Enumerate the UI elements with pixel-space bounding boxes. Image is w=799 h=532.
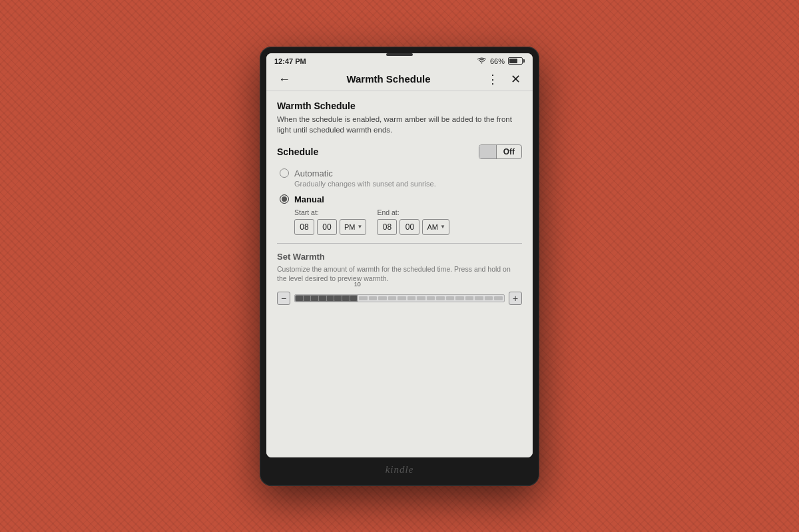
start-ampm-chevron: ▼	[358, 224, 363, 230]
start-ampm-value: PM	[344, 223, 356, 231]
schedule-label: Schedule	[277, 146, 318, 157]
warmth-slider-row: − 10	[277, 290, 522, 306]
end-label: End at:	[377, 208, 449, 216]
kindle-brand-label: kindle	[386, 457, 414, 479]
nav-title: Warmth Schedule	[346, 73, 430, 85]
end-time-col: End at: 08 00 AM ▼	[377, 208, 449, 235]
warmth-filled-track	[295, 295, 358, 302]
close-button[interactable]: ✕	[508, 72, 523, 87]
battery-icon	[508, 57, 525, 65]
schedule-toggle[interactable]: Off	[479, 144, 522, 159]
warmth-empty-track	[358, 295, 504, 302]
back-button[interactable]: ←	[276, 72, 293, 87]
manual-option[interactable]: Manual Start at: 08 00 PM	[277, 194, 522, 235]
end-ampm-value: AM	[427, 223, 438, 231]
status-time: 12:47 PM	[274, 57, 306, 65]
manual-time-section: Start at: 08 00 PM ▼	[294, 208, 522, 235]
nav-bar: ← Warmth Schedule ⋮ ✕	[266, 68, 533, 91]
kindle-notch	[386, 53, 413, 56]
warmth-value-label: 10	[354, 281, 361, 288]
automatic-description: Gradually changes with sunset and sunris…	[294, 180, 522, 188]
time-group: Start at: 08 00 PM ▼	[294, 208, 522, 235]
start-hour[interactable]: 08	[294, 219, 314, 235]
end-inputs: 08 00 AM ▼	[377, 219, 449, 235]
wifi-icon	[477, 57, 487, 65]
schedule-row: Schedule Off	[277, 144, 522, 159]
content-area: Warmth Schedule When the schedule is ena…	[266, 91, 533, 457]
automatic-option[interactable]: Automatic Gradually changes with sunset …	[277, 168, 522, 188]
more-button[interactable]: ⋮	[484, 72, 501, 87]
end-hour[interactable]: 08	[377, 219, 397, 235]
warmth-title: Set Warmth	[277, 252, 522, 262]
nav-actions: ⋮ ✕	[484, 72, 523, 87]
screen-area: 12:47 PM 66% ← Warmth Sc	[266, 53, 533, 457]
warmth-description: Customize the amount of warmth for the s…	[277, 264, 522, 284]
page-title: Warmth Schedule	[277, 101, 522, 111]
end-ampm[interactable]: AM ▼	[422, 219, 449, 235]
warmth-decrease-button[interactable]: −	[277, 292, 290, 305]
status-right: 66%	[477, 57, 525, 65]
warmth-slider-track[interactable]	[294, 294, 505, 302]
start-time-col: Start at: 08 00 PM ▼	[294, 208, 366, 235]
end-minute[interactable]: 00	[400, 219, 419, 235]
start-ampm[interactable]: PM ▼	[340, 219, 366, 235]
section-divider	[277, 243, 522, 244]
automatic-radio[interactable]	[280, 168, 289, 178]
warmth-increase-button[interactable]: +	[509, 292, 522, 305]
end-ampm-chevron: ▼	[440, 224, 445, 230]
start-minute[interactable]: 00	[317, 219, 337, 235]
manual-radio[interactable]	[280, 194, 289, 204]
toggle-track	[479, 145, 497, 158]
page-description: When the schedule is enabled, warm amber…	[277, 114, 522, 135]
battery-percent: 66%	[490, 57, 505, 65]
manual-label: Manual	[294, 194, 324, 204]
toggle-state-label: Off	[497, 146, 521, 158]
warmth-slider-container: 10	[294, 290, 505, 306]
automatic-label: Automatic	[294, 168, 333, 178]
start-inputs: 08 00 PM ▼	[294, 219, 366, 235]
kindle-device: 12:47 PM 66% ← Warmth Sc	[260, 47, 539, 486]
start-label: Start at:	[294, 208, 366, 216]
